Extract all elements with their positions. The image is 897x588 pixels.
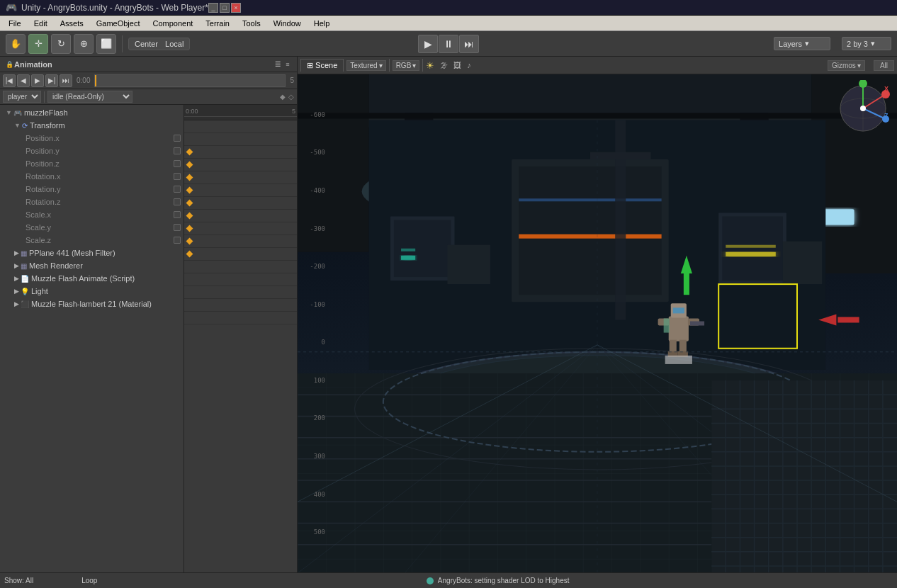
close-button[interactable]: ×	[231, 3, 241, 13]
lighting-toggle-icon[interactable]: ☀	[426, 60, 434, 71]
scene-canvas[interactable]: X Y Z -600 -500 -400 -300	[298, 74, 897, 572]
svg-rect-8	[298, 113, 897, 118]
left-panel-inner: ▼ 🎮 muzzleFlash ▼ ⟳ Transform Pos	[0, 105, 297, 572]
gizmos-button[interactable]: Gizmos▾	[828, 60, 865, 71]
minimize-button[interactable]: _	[208, 3, 218, 13]
svg-rect-27	[726, 245, 776, 248]
ruler-label-0: 0:00	[186, 108, 198, 115]
tree-item-scale-x[interactable]: Scale.x	[0, 208, 184, 221]
tree-item-pplane[interactable]: ▶ ▦ PPlane 441 (Mesh Filter)	[0, 247, 184, 259]
anim-add-key-icon[interactable]: ◆	[280, 93, 286, 101]
timeline-end-label: 5	[290, 77, 294, 84]
tree-item-pos-y[interactable]: Position.y	[0, 145, 184, 157]
menu-terrain[interactable]: Terrain	[200, 18, 235, 29]
tree-item-pos-x[interactable]: Position.x	[0, 132, 184, 145]
scene-view: ⊞ Scene Textured ▾ RGB ▾ ☀ 🌫 🖼 ♪ Gizmos▾…	[298, 57, 897, 572]
anim-timeline[interactable]	[94, 74, 286, 87]
svg-text:X: X	[884, 85, 888, 92]
window-controls[interactable]: _ □ ×	[208, 3, 241, 13]
play-controls: ▶ ⏸ ⏭	[418, 35, 479, 53]
anim-play[interactable]: ▶	[31, 74, 44, 87]
status-indicator	[427, 577, 434, 584]
hierarchy-tree: ▼ 🎮 muzzleFlash ▼ ⟳ Transform Pos	[0, 105, 184, 572]
keyframe-rows	[184, 120, 297, 572]
svg-rect-60	[664, 318, 670, 332]
center-label[interactable]: Center	[132, 40, 161, 48]
tree-item-material[interactable]: ▶ ⬛ Muzzle Flash-lambert 21 (Material)	[0, 298, 184, 310]
svg-text:Z: Z	[884, 112, 888, 119]
anim-last-frame[interactable]: ⏭	[60, 74, 72, 87]
tree-item-mesh-renderer[interactable]: ▶ ▦ Mesh Renderer	[0, 259, 184, 272]
scene-channel-dropdown[interactable]: RGB ▾	[393, 60, 420, 71]
tool-rect[interactable]: ⬜	[96, 34, 116, 54]
player-select[interactable]: player	[3, 91, 41, 103]
local-label[interactable]: Local	[162, 40, 186, 48]
menu-edit[interactable]: Edit	[28, 18, 53, 29]
tool-rotate[interactable]: ↻	[51, 34, 71, 54]
panel-lock-icon[interactable]: 🔒	[4, 60, 14, 69]
tree-item-light[interactable]: ▶ 💡 Light	[0, 285, 184, 298]
svg-rect-33	[684, 273, 689, 295]
tree-item-transform[interactable]: ▼ ⟳ Transform	[0, 119, 184, 132]
menu-component[interactable]: Component	[147, 18, 198, 29]
menu-window[interactable]: Window	[268, 18, 307, 29]
gizmo-widget[interactable]: X Y Z	[835, 80, 891, 137]
scene-tab-icon: ⊞	[307, 61, 313, 69]
menu-file[interactable]: File	[3, 18, 27, 29]
keyframe-diamond	[186, 149, 193, 156]
kf-row-scale-y	[184, 235, 297, 248]
menu-gameobject[interactable]: GameObject	[91, 18, 146, 29]
menu-help[interactable]: Help	[308, 18, 336, 29]
audio-toggle-icon[interactable]: ♪	[467, 61, 471, 69]
tree-item-pos-z[interactable]: Position.z	[0, 157, 184, 170]
panel-menu-icon[interactable]: ☰	[273, 60, 283, 69]
animation-title: Animation	[14, 60, 273, 69]
kf-row-muzzleflash	[184, 120, 297, 133]
scene-tab[interactable]: ⊞ Scene	[300, 59, 344, 72]
loop-label: Loop	[81, 577, 97, 584]
animation-select[interactable]: idle (Read-Only)	[47, 91, 132, 103]
pause-button[interactable]: ⏸	[439, 35, 458, 53]
timeline-start-label: 0:00	[77, 77, 90, 84]
bottom-bar: Show: All Loop AngryBots: setting shader…	[0, 572, 897, 588]
kf-row-scale-x	[184, 222, 297, 235]
tree-item-muzzle-script[interactable]: ▶ 📄 Muzzle Flash Animate (Script)	[0, 272, 184, 285]
timeline-section: 0:00 5	[184, 105, 297, 572]
svg-rect-30	[615, 120, 626, 320]
anim-prev-keyframe[interactable]: |◀	[3, 74, 16, 87]
anim-next-keyframe[interactable]: ▶|	[45, 74, 58, 87]
svg-rect-23	[401, 249, 415, 251]
maximize-button[interactable]: □	[220, 3, 230, 13]
svg-text:Y: Y	[862, 80, 866, 87]
anim-play-back[interactable]: ◀	[17, 74, 30, 87]
tool-hand[interactable]: ✋	[6, 34, 26, 54]
scene-3d-view	[298, 74, 897, 572]
fx-toggle-icon[interactable]: 🌫	[440, 61, 448, 69]
tree-item-rot-x[interactable]: Rotation.x	[0, 170, 184, 183]
all-button[interactable]: All	[874, 60, 894, 71]
keyframe-diamond	[186, 251, 193, 258]
layout-dropdown[interactable]: 2 by 3▾	[842, 37, 891, 50]
scene-sep1	[389, 59, 390, 72]
scene-mode-dropdown[interactable]: Textured ▾	[346, 60, 385, 71]
play-button[interactable]: ▶	[418, 35, 438, 53]
tool-move[interactable]: ✛	[28, 34, 48, 54]
menu-assets[interactable]: Assets	[55, 18, 89, 29]
step-button[interactable]: ⏭	[459, 35, 479, 53]
scene-tab-bar: ⊞ Scene Textured ▾ RGB ▾ ☀ 🌫 🖼 ♪ Gizmos▾…	[298, 57, 897, 74]
layers-dropdown[interactable]: Layers▾	[774, 37, 830, 50]
tree-item-scale-z[interactable]: Scale.z	[0, 234, 184, 247]
tree-item-rot-z[interactable]: Rotation.z	[0, 196, 184, 208]
tool-scale[interactable]: ⊕	[74, 34, 94, 54]
tree-section: ▼ 🎮 muzzleFlash ▼ ⟳ Transform Pos	[0, 105, 184, 572]
kf-row-pplane	[184, 261, 297, 273]
panel-expand-icon[interactable]: ≡	[283, 60, 293, 69]
tree-item-rot-y[interactable]: Rotation.y	[0, 183, 184, 196]
anim-delete-key-icon[interactable]: ◇	[288, 93, 294, 101]
tree-item-scale-y[interactable]: Scale.y	[0, 221, 184, 234]
skybox-toggle-icon[interactable]: 🖼	[453, 61, 461, 69]
tree-item-muzzleflash[interactable]: ▼ 🎮 muzzleFlash	[0, 106, 184, 119]
svg-rect-22	[401, 256, 415, 260]
menu-tools[interactable]: Tools	[237, 18, 266, 29]
kf-row-scale-z	[184, 248, 297, 261]
